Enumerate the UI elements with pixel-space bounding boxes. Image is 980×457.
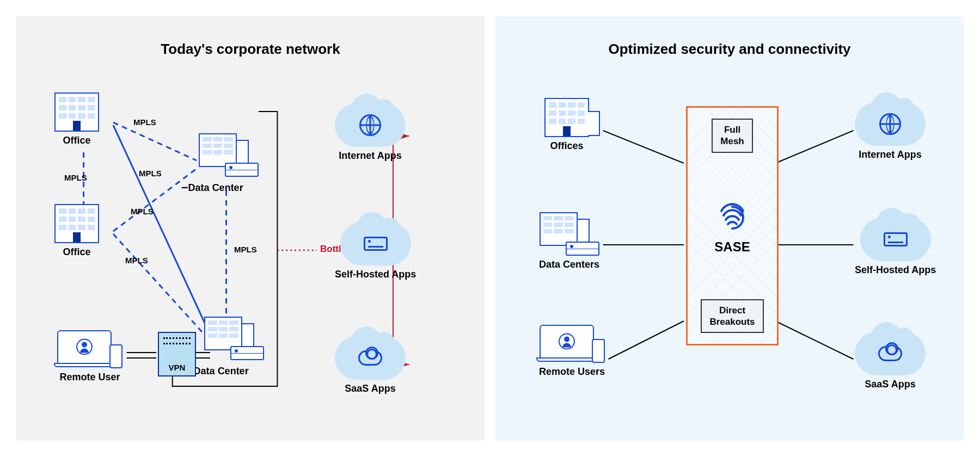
remote-user-icon (57, 329, 122, 368)
mpls-label: MPLS (234, 245, 257, 254)
mpls-label: MPLS (64, 173, 87, 182)
sase-direct-breakouts-chip: Direct Breakouts (701, 299, 763, 334)
remote-users-label: Remote Users (539, 366, 605, 378)
node-dc-2: –Data Center (204, 317, 264, 378)
internet-apps-label: Internet Apps (859, 149, 921, 160)
cloud-internet-apps: Internet Apps (855, 102, 926, 160)
saas-apps-label: SaaS Apps (865, 379, 915, 390)
panel-legacy-network: Today's corporate network (16, 16, 485, 441)
globe-icon (359, 114, 381, 136)
self-hosted-label: Self-Hosted Apps (335, 269, 416, 280)
panel-legacy-title: Today's corporate network (27, 41, 474, 58)
fingerprint-icon (715, 197, 750, 232)
node-office-2: Office (54, 204, 99, 258)
cloud-internet-apps: Internet Apps (335, 103, 406, 162)
dc-1-label: –Data Center (181, 180, 243, 194)
svg-line-16 (775, 321, 853, 359)
svg-line-14 (775, 131, 853, 163)
cloud-icon (878, 346, 902, 361)
office-building-icon (54, 204, 99, 243)
mpls-label: MPLS (133, 118, 156, 127)
node-data-centers: Data Centers (539, 212, 599, 270)
node-offices: Offices (544, 98, 589, 152)
datacenter-icon (204, 317, 264, 360)
sase-box: Full Mesh SASE Direct Breakouts (686, 106, 779, 345)
svg-line-4 (113, 234, 202, 332)
mpls-label: MPLS (131, 207, 154, 216)
node-dc-1: –Data Center (199, 133, 259, 194)
datacenter-icon (540, 212, 599, 256)
svg-line-1 (113, 122, 197, 160)
saas-apps-label: SaaS Apps (345, 383, 395, 394)
cloud-saas-apps: SaaS Apps (335, 336, 406, 394)
offices-label: Offices (550, 140, 583, 152)
mpls-label: MPLS (139, 169, 162, 178)
bottleneck-label: Bottleneck (320, 244, 367, 255)
svg-line-11 (603, 131, 684, 163)
cloud-self-hosted-apps: Self-Hosted Apps (855, 218, 936, 276)
globe-icon (879, 113, 901, 135)
panel-sase-title: Optimized security and connectivity (506, 41, 953, 58)
self-hosted-label: Self-Hosted Apps (855, 264, 936, 276)
node-remote-user: Remote User (57, 329, 122, 383)
cloud-icon (358, 350, 382, 366)
remote-user-label: Remote User (59, 372, 120, 383)
remote-user-icon (540, 324, 605, 363)
office-building-icon (54, 92, 99, 132)
datacenter-icon (199, 133, 259, 177)
server-icon (884, 232, 908, 246)
office-2-label: Office (63, 246, 90, 258)
svg-line-13 (609, 321, 684, 359)
mpls-label: MPLS (125, 256, 148, 265)
svg-line-3 (113, 169, 197, 231)
dc-2-label: –Data Center (187, 363, 248, 378)
sase-full-mesh-chip: Full Mesh (712, 119, 752, 153)
data-centers-label: Data Centers (539, 259, 599, 270)
office-1-label: Office (63, 135, 90, 146)
legacy-connectors (16, 16, 485, 441)
cloud-saas-apps: SaaS Apps (855, 332, 926, 390)
panel-sase-network: Optimized security and connectivity Offi… (495, 16, 964, 441)
sase-label: SASE (714, 239, 750, 255)
vpn-label: VPN (169, 363, 186, 372)
node-remote-users: Remote Users (539, 324, 605, 378)
office-building-icon (544, 98, 589, 137)
node-office-1: Office (54, 92, 99, 146)
internet-apps-label: Internet Apps (339, 150, 401, 162)
svg-line-2 (113, 125, 210, 335)
vpn-box: VPN (158, 332, 196, 376)
